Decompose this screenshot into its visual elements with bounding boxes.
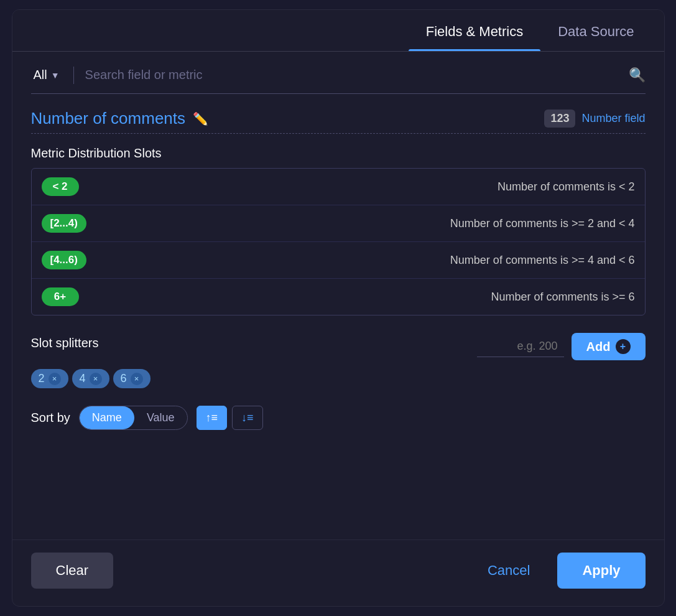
field-header: Number of comments ✏️ 123 Number field bbox=[31, 109, 646, 128]
sortby-name[interactable]: Name bbox=[80, 406, 134, 429]
slot-row: 6+ Number of comments is >= 6 bbox=[32, 279, 645, 315]
splitter-tag: 2 × bbox=[31, 369, 68, 388]
sort-direction-buttons: ↑≡ ↓≡ bbox=[197, 406, 263, 430]
field-type: 123 Number field bbox=[544, 110, 645, 128]
slot-description: Number of comments is >= 2 and < 4 bbox=[450, 217, 635, 230]
slot-badge: 6+ bbox=[42, 287, 79, 306]
filter-dropdown[interactable]: All ▼ bbox=[31, 64, 62, 86]
plus-icon: + bbox=[616, 339, 631, 354]
tag-close-icon[interactable]: × bbox=[49, 373, 61, 385]
search-row: All ▼ 🔍 bbox=[31, 64, 646, 94]
apply-button[interactable]: Apply bbox=[557, 553, 645, 589]
sortby-toggle: Name Value bbox=[79, 406, 188, 430]
splitter-tag: 6 × bbox=[113, 369, 150, 388]
tab-fields-metrics[interactable]: Fields & Metrics bbox=[409, 10, 540, 51]
slot-description: Number of comments is >= 4 and < 6 bbox=[450, 254, 635, 267]
chevron-down-icon: ▼ bbox=[51, 70, 60, 80]
sortby-label: Sort by bbox=[31, 411, 70, 425]
field-divider bbox=[31, 133, 646, 134]
sort-desc-button[interactable]: ↓≡ bbox=[232, 406, 263, 430]
modal-footer: Clear Cancel Apply bbox=[12, 539, 664, 606]
slot-description: Number of comments is >= 6 bbox=[491, 291, 634, 304]
sortby-value[interactable]: Value bbox=[134, 406, 187, 429]
splitters-row: Slot splitters Add + bbox=[31, 333, 646, 360]
sortby-section: Sort by Name Value ↑≡ ↓≡ bbox=[31, 406, 646, 430]
slot-row: [2...4) Number of comments is >= 2 and <… bbox=[32, 205, 645, 242]
slot-row: [4...6) Number of comments is >= 4 and <… bbox=[32, 242, 645, 279]
slot-badge: [4...6) bbox=[42, 251, 86, 269]
footer-right: Cancel Apply bbox=[475, 553, 646, 589]
splitter-input[interactable] bbox=[477, 336, 564, 357]
field-type-badge: 123 bbox=[544, 110, 575, 128]
search-icon[interactable]: 🔍 bbox=[629, 67, 646, 83]
modal-container: Fields & Metrics Data Source All ▼ 🔍 Num… bbox=[12, 9, 665, 607]
clear-button[interactable]: Clear bbox=[31, 553, 114, 589]
field-title: Number of comments ✏️ bbox=[31, 109, 209, 128]
search-divider bbox=[73, 67, 74, 84]
slots-container: < 2 Number of comments is < 2 [2...4) Nu… bbox=[31, 168, 646, 315]
slot-badge: [2...4) bbox=[42, 214, 86, 233]
cancel-button[interactable]: Cancel bbox=[475, 553, 542, 589]
tabs-bar: Fields & Metrics Data Source bbox=[12, 10, 664, 52]
splitter-tag: 4 × bbox=[72, 369, 109, 388]
splitters-title: Slot splitters bbox=[31, 336, 99, 350]
slot-badge: < 2 bbox=[42, 177, 79, 196]
splitters-section: Slot splitters Add + 2 × 4 × bbox=[31, 333, 646, 388]
tag-close-icon[interactable]: × bbox=[131, 373, 143, 385]
add-button[interactable]: Add + bbox=[572, 333, 646, 360]
splitter-tags: 2 × 4 × 6 × bbox=[31, 369, 646, 388]
tab-data-source[interactable]: Data Source bbox=[540, 10, 651, 51]
modal-body: All ▼ 🔍 Number of comments ✏️ 123 Number… bbox=[12, 52, 664, 539]
slot-description: Number of comments is < 2 bbox=[498, 180, 635, 194]
search-input[interactable] bbox=[85, 64, 623, 86]
edit-icon[interactable]: ✏️ bbox=[193, 111, 208, 126]
slot-row: < 2 Number of comments is < 2 bbox=[32, 169, 645, 205]
distribution-section-title: Metric Distribution Slots bbox=[31, 146, 646, 161]
sort-asc-button[interactable]: ↑≡ bbox=[197, 406, 228, 430]
splitters-input-row: Add + bbox=[477, 333, 646, 360]
tag-close-icon[interactable]: × bbox=[90, 373, 102, 385]
field-type-label: Number field bbox=[581, 112, 645, 125]
